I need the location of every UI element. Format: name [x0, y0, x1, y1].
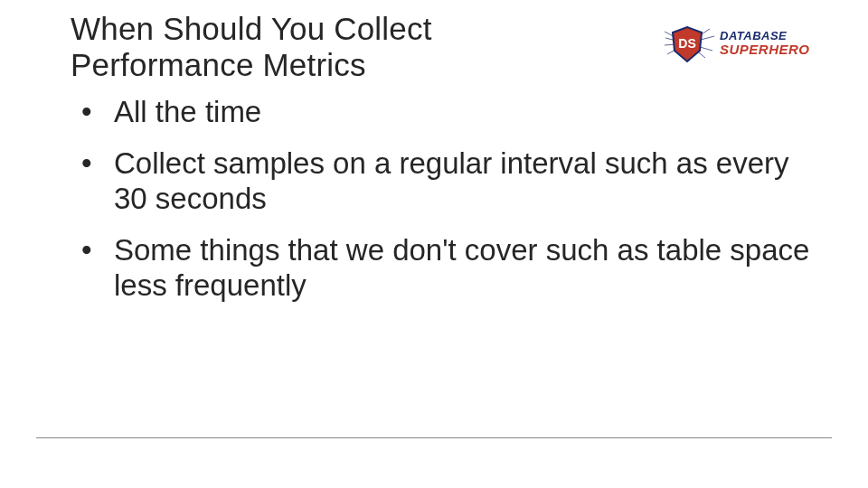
database-superhero-logo: DS DATABASE SUPERHERO [660, 18, 841, 68]
list-item: Collect samples on a regular interval su… [71, 146, 812, 217]
list-item: Some things that we don't cover such as … [71, 233, 812, 304]
logo-shield-text: DS [678, 36, 695, 51]
logo-svg: DS DATABASE SUPERHERO [660, 18, 841, 68]
bullet-list: All the time Collect samples on a regula… [71, 95, 812, 320]
slide: When Should You Collect Performance Metr… [0, 0, 868, 488]
logo-line2: SUPERHERO [720, 42, 810, 57]
logo-line1: DATABASE [720, 29, 787, 42]
list-item: All the time [71, 95, 812, 130]
slide-title: When Should You Collect Performance Metr… [71, 11, 541, 84]
footer-divider [36, 437, 832, 438]
